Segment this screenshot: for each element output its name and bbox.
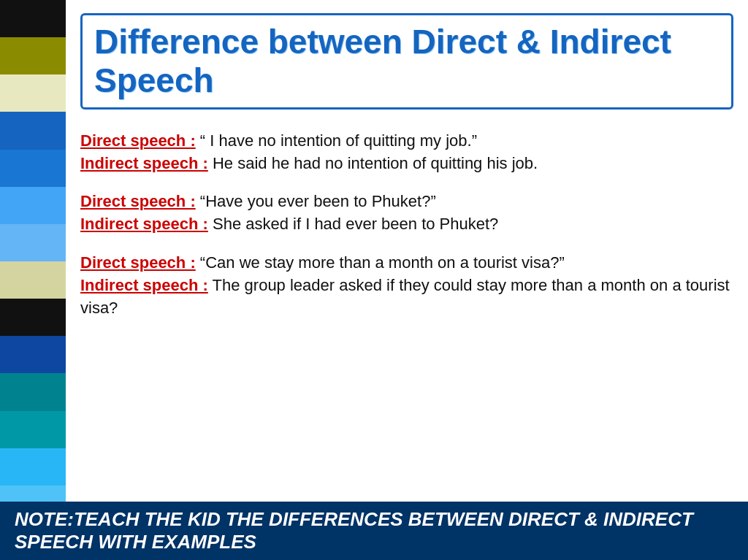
indirect-label-3: Indirect speech : [80, 276, 208, 294]
sidebar-block-7 [0, 224, 66, 261]
example-3-direct: Direct speech : “Can we stay more than a… [80, 252, 733, 275]
sidebar-block-11 [0, 373, 66, 410]
sidebar-block-3 [0, 74, 66, 112]
example-1-indirect: Indirect speech : He said he had no inte… [80, 153, 733, 175]
example-3-indirect: Indirect speech : The group leader asked… [80, 275, 733, 320]
sidebar-block-10 [0, 336, 66, 373]
sidebar [0, 0, 66, 560]
sidebar-block-4 [0, 112, 66, 149]
page-title: Difference between Direct & Indirect Spe… [94, 23, 720, 100]
example-2-indirect: Indirect speech : She asked if I had eve… [80, 213, 733, 236]
example-block-2: Direct speech : “Have you ever been to P… [80, 191, 733, 236]
bottom-note-bar: NOTE:TEACH THE KID THE DIFFERENCES BETWE… [0, 502, 748, 560]
indirect-label-2: Indirect speech : [80, 215, 208, 233]
sidebar-block-9 [0, 299, 66, 336]
sidebar-block-5 [0, 150, 66, 187]
indirect-text-2: She asked if I had ever been to Phuket? [213, 215, 498, 233]
direct-text-3: “Can we stay more than a month on a tour… [200, 253, 565, 272]
example-block-3: Direct speech : “Can we stay more than a… [80, 252, 733, 319]
main-content: Difference between Direct & Indirect Spe… [66, 0, 748, 560]
direct-label-2: Direct speech : [80, 192, 196, 210]
sidebar-block-13 [0, 448, 66, 486]
direct-text-2: “Have you ever been to Phuket?” [200, 192, 436, 210]
indirect-label-1: Indirect speech : [80, 154, 208, 172]
sidebar-block-8 [0, 261, 66, 299]
example-block-1: Direct speech : “ I have no intention of… [80, 130, 733, 175]
direct-label-3: Direct speech : [80, 253, 196, 272]
bottom-note-text: NOTE:TEACH THE KID THE DIFFERENCES BETWE… [15, 508, 733, 553]
example-2-direct: Direct speech : “Have you ever been to P… [80, 191, 733, 213]
sidebar-block-1 [0, 0, 66, 37]
examples-section: Direct speech : “ I have no intention of… [80, 130, 733, 560]
sidebar-block-12 [0, 411, 66, 448]
example-1-direct: Direct speech : “ I have no intention of… [80, 130, 733, 153]
direct-text-1: “ I have no intention of quitting my job… [200, 131, 477, 150]
sidebar-block-6 [0, 187, 66, 224]
sidebar-block-2 [0, 37, 66, 74]
title-box: Difference between Direct & Indirect Spe… [80, 13, 733, 110]
indirect-text-1: He said he had no intention of quitting … [213, 154, 538, 172]
direct-label-1: Direct speech : [80, 131, 196, 150]
